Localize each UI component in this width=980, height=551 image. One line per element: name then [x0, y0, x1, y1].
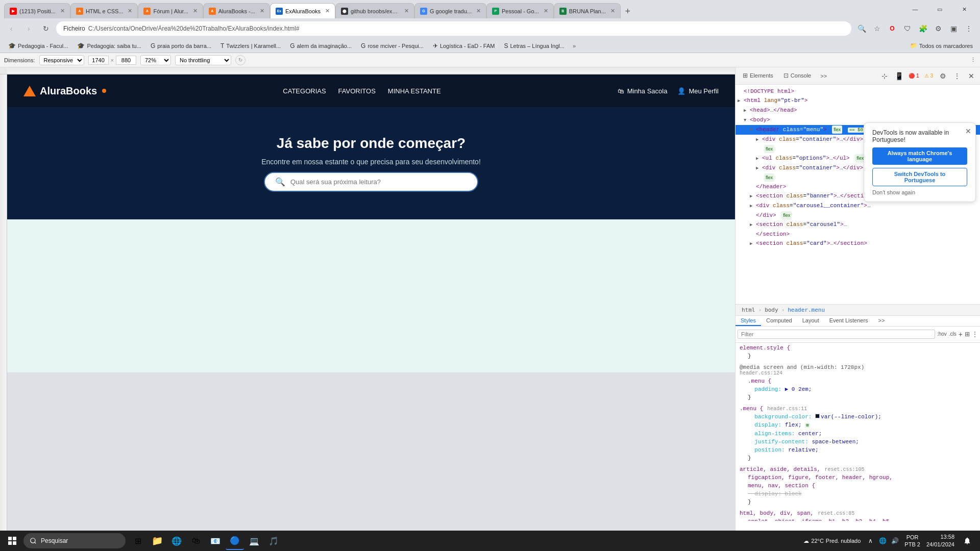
- tab-event-listeners[interactable]: Event Listeners: [824, 316, 873, 326]
- tab-github[interactable]: ⬤ github broobs/exal... ✕: [335, 3, 414, 18]
- taskbar-app-edge[interactable]: 🌐: [167, 532, 186, 550]
- bookmarks-more-button[interactable]: »: [570, 42, 579, 50]
- notification-close-button[interactable]: ✕: [965, 127, 971, 135]
- html-doctype[interactable]: <!DOCTYPE html>: [736, 87, 980, 96]
- dt-icon-pointer[interactable]: ⊹: [878, 69, 891, 83]
- filter-hover-icon[interactable]: :hov: [937, 331, 947, 337]
- filter-cls-icon[interactable]: .cls: [949, 331, 957, 337]
- tab-layout[interactable]: Layout: [797, 316, 824, 326]
- zoom-select[interactable]: 72%: [140, 55, 171, 65]
- tab-forum[interactable]: A Fórum | Alur... ✕: [138, 3, 203, 18]
- bookmark-twizzlers[interactable]: T Twizzlers | Karamell...: [216, 41, 285, 51]
- dt-more-icon[interactable]: ⋮: [950, 69, 964, 83]
- start-button[interactable]: [2, 531, 22, 551]
- css-display[interactable]: display: flex; ⊞: [740, 421, 976, 430]
- tray-icon-sound[interactable]: 🔊: [889, 535, 900, 546]
- css-selector-reset1[interactable]: article, aside, details,: [740, 466, 820, 472]
- css-background-color[interactable]: background-color: var(--line-color);: [740, 413, 976, 421]
- css-selector-menu[interactable]: .menu {: [740, 406, 763, 412]
- tray-icon-network[interactable]: 🌐: [877, 535, 888, 546]
- section-card[interactable]: ▶<section class="card">…</section>: [736, 239, 980, 248]
- dt-warning-badge[interactable]: ⚠ 3: [922, 69, 935, 83]
- tab-close-8[interactable]: ✕: [544, 8, 548, 14]
- bookmark-rose[interactable]: G rose mciver - Pesqui...: [357, 41, 428, 51]
- switch-portuguese-button[interactable]: Switch DevTools to Portuguese: [872, 168, 967, 186]
- section-carousel-close[interactable]: </section>: [736, 230, 980, 239]
- tab-google-translate[interactable]: G G google tradu... ✕: [414, 3, 486, 18]
- opera-icon[interactable]: O: [885, 21, 899, 36]
- dt-settings-icon[interactable]: ⚙: [936, 69, 949, 83]
- minimize-button[interactable]: —: [903, 1, 927, 17]
- section-carousel[interactable]: ▶<section class="carousel">…: [736, 220, 980, 230]
- all-bookmarks-button[interactable]: 📁 Todos os marcadores: [907, 41, 976, 50]
- devtools-icon[interactable]: ⚙: [931, 21, 945, 36]
- nav-categorias[interactable]: CATEGORIAS: [283, 87, 326, 95]
- taskbar-clock[interactable]: 13:58 24/01/2024: [924, 533, 957, 549]
- height-input[interactable]: [116, 56, 136, 65]
- css-position[interactable]: position: relative;: [740, 446, 976, 454]
- tray-icon-caret[interactable]: ∧: [865, 535, 876, 546]
- tab-pessoal[interactable]: P Pessoal - Go... ✕: [486, 3, 554, 18]
- dt-error-badge[interactable]: 🔴 1: [906, 69, 921, 83]
- tab-youtube[interactable]: ▶ (1213) Positi... ✕: [4, 3, 70, 18]
- nav-favoritos[interactable]: FAVORITOS: [338, 87, 376, 95]
- sidebar-icon[interactable]: ▣: [946, 21, 961, 36]
- bookmark-alem[interactable]: G alem da imaginação...: [286, 41, 356, 51]
- html-tag[interactable]: ▶<html lang="pt-br">: [736, 96, 980, 106]
- devtools-ruler-more[interactable]: ⋮: [970, 57, 976, 63]
- extensions-icon[interactable]: 🧩: [916, 21, 930, 36]
- tab-computed[interactable]: Computed: [761, 316, 797, 326]
- css-display-block-strikethrough[interactable]: display: block: [740, 490, 976, 498]
- reload-button[interactable]: ↻: [39, 21, 53, 36]
- dt-tab-console[interactable]: ⊡ Console: [778, 69, 816, 83]
- tab-close-6[interactable]: ✕: [404, 8, 409, 14]
- filter-add-icon[interactable]: +: [959, 330, 963, 338]
- tab-exalurabooks[interactable]: Ex ExAluraBooks ✕: [270, 3, 335, 18]
- dt-close-icon[interactable]: ✕: [965, 69, 978, 83]
- bookmark-pedagogia-2[interactable]: 🎓 Pedagogia: saiba tu...: [73, 41, 145, 51]
- tab-close-1[interactable]: ✕: [60, 8, 65, 14]
- close-button[interactable]: ✕: [952, 1, 976, 17]
- bookmark-pedagogia-1[interactable]: 🎓 Pedagogia - Facul...: [4, 41, 72, 51]
- bookmark-letras[interactable]: S Letras – Língua Ingl...: [500, 41, 568, 51]
- dont-show-button[interactable]: Don't show again: [872, 189, 967, 195]
- taskbar-language[interactable]: POR PTB 2: [904, 534, 920, 548]
- bc-html[interactable]: html: [740, 306, 757, 314]
- match-language-button[interactable]: Always match Chrome's language: [872, 147, 967, 165]
- back-button[interactable]: ‹: [4, 21, 18, 36]
- tab-styles[interactable]: Styles: [736, 316, 761, 326]
- tab-alurabooks[interactable]: A AluraBooks -... ✕: [203, 3, 270, 18]
- tab-close-2[interactable]: ✕: [128, 8, 132, 14]
- taskbar-search-bar[interactable]: Pesquisar: [23, 533, 126, 548]
- dt-icon-device[interactable]: 📱: [892, 69, 905, 83]
- tab-close-9[interactable]: ✕: [610, 8, 615, 14]
- maximize-button[interactable]: ▭: [928, 1, 951, 17]
- bookmark-star-icon[interactable]: ☆: [870, 21, 884, 36]
- css-media-query[interactable]: @media screen and (min-width: 1728px): [740, 364, 976, 370]
- bookmark-logistica[interactable]: ✈ Logística - EaD - FAM: [429, 41, 499, 51]
- bag-button[interactable]: 🛍 Minha Sacola: [618, 87, 668, 95]
- styles-filter-input[interactable]: [738, 330, 935, 339]
- bc-body[interactable]: body: [763, 306, 780, 314]
- taskbar-app-vscode[interactable]: 💻: [245, 532, 263, 550]
- css-justify-content[interactable]: justify-content: space-between;: [740, 438, 976, 446]
- bc-header-menu[interactable]: header.menu: [786, 306, 827, 314]
- tab-close-5[interactable]: ✕: [325, 8, 330, 14]
- address-input[interactable]: Ficheiro C:/Users/conta/OneDrive/Área%20…: [56, 21, 851, 36]
- bookmark-praia[interactable]: G praia porto da barra...: [146, 41, 215, 51]
- head-tag[interactable]: ▶<head>…</head>: [736, 106, 980, 115]
- css-align-items[interactable]: align-items: center;: [740, 430, 976, 438]
- filter-copy-icon[interactable]: ⊞: [965, 331, 970, 338]
- taskbar-app-store[interactable]: 🛍: [187, 532, 205, 550]
- search-icon[interactable]: 🔍: [854, 21, 869, 36]
- css-selector-element[interactable]: element.style {: [740, 345, 976, 351]
- forward-button[interactable]: ›: [21, 21, 36, 36]
- new-tab-button[interactable]: +: [621, 4, 635, 18]
- site-logo[interactable]: AluraBooks: [23, 85, 106, 97]
- nav-estante[interactable]: MINHA ESTANTE: [388, 87, 441, 95]
- taskbar-app-task-view[interactable]: ⊞: [129, 532, 147, 550]
- taskbar-app-outlook[interactable]: 📧: [206, 532, 225, 550]
- rotate-icon[interactable]: ↻: [235, 55, 246, 65]
- taskbar-app-music[interactable]: 🎵: [264, 532, 283, 550]
- dt-tab-elements[interactable]: ⊞ Elements: [738, 69, 778, 83]
